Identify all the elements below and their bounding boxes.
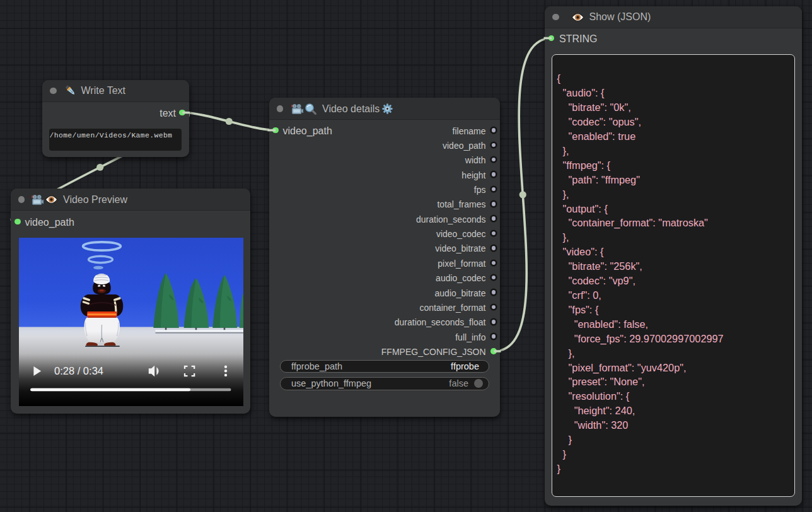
svg-text:0:28 / 0:34: 0:28 / 0:34	[54, 365, 103, 376]
